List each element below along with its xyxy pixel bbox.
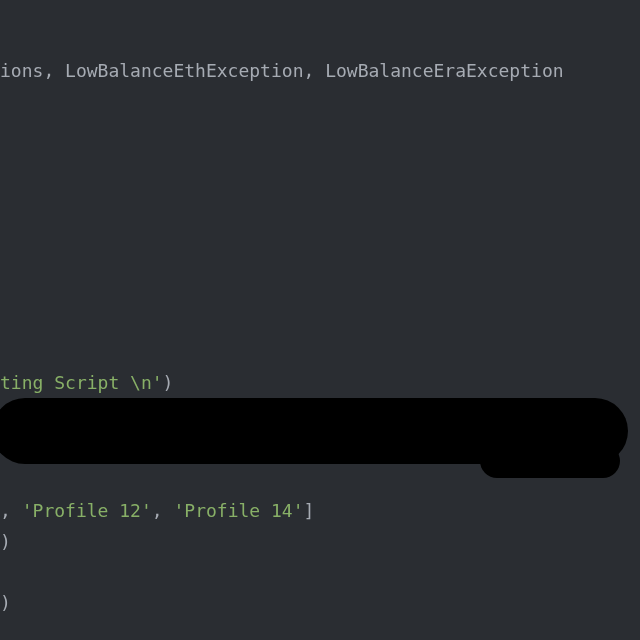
code-editor[interactable]: ctions, LowBalanceEthException, LowBalan…: [0, 0, 640, 640]
string-literal: 'Profile 14': [173, 500, 303, 521]
code-token: es): [0, 531, 11, 552]
string-literal: arting Script \n': [0, 372, 163, 393]
code-token: ): [163, 372, 174, 393]
string-literal: 'Profile 12': [22, 500, 152, 521]
redaction-mark: [0, 398, 628, 464]
code-token: ): [0, 592, 11, 613]
code-token: ,: [152, 500, 174, 521]
code-token: ctions, LowBalanceEthException, LowBalan…: [0, 60, 564, 81]
code-token: ]: [304, 500, 315, 521]
